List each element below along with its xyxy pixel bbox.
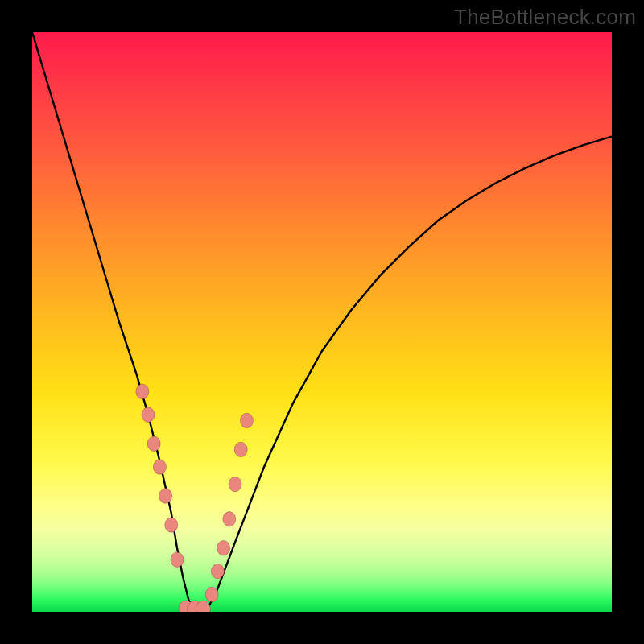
data-markers (136, 384, 254, 612)
marker-dot (159, 489, 172, 503)
marker-dot (153, 460, 166, 474)
marker-dot (234, 442, 247, 456)
marker-dot (205, 587, 218, 601)
chart-frame: TheBottleneck.com (0, 0, 644, 644)
bottleneck-curve (32, 32, 612, 612)
marker-dot (147, 436, 160, 451)
marker-dot (240, 413, 253, 427)
marker-dot (142, 407, 155, 422)
marker-dot (229, 477, 242, 491)
plot-area (32, 32, 612, 612)
marker-dot (165, 518, 178, 532)
marker-dot (217, 541, 230, 555)
marker-dot (136, 384, 149, 398)
marker-dot (223, 512, 236, 526)
curve-layer (32, 32, 612, 612)
marker-dot (211, 564, 224, 578)
marker-dot (171, 552, 184, 567)
watermark-text: TheBottleneck.com (454, 5, 636, 30)
